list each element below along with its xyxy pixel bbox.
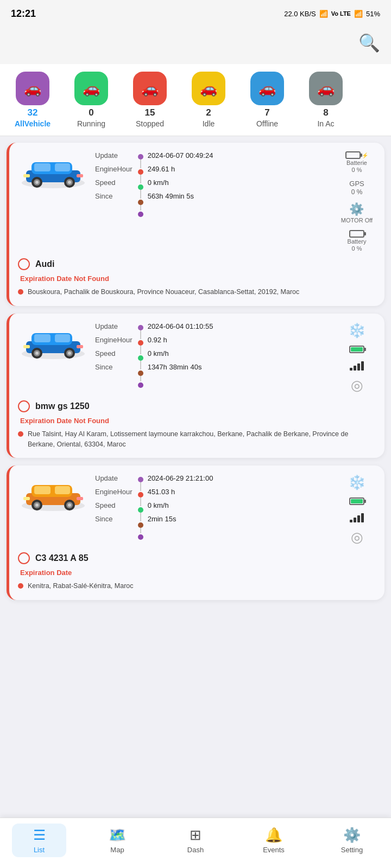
c3-battery-item xyxy=(349,497,364,505)
gps-label: GPS xyxy=(349,180,364,188)
bmwgs-address-text: Rue Talsint, Hay Al Karam, Lotissement l… xyxy=(28,429,376,450)
bmwgs-status-circle xyxy=(18,400,30,412)
bmwgs-name: bmw gs 1250 xyxy=(35,401,90,411)
since-label: Since xyxy=(95,192,133,200)
c3-signal-bars xyxy=(350,512,364,522)
c3-since-label: Since xyxy=(95,515,133,523)
setting-label: Setting xyxy=(341,846,363,854)
motor-icon: ⚙️ xyxy=(349,202,364,216)
enginehour-label: EngineHour xyxy=(95,165,133,173)
bmwgs-enginehour: 0.92 h xyxy=(148,336,213,344)
c3-bar2 xyxy=(354,518,356,522)
c3-since: 2min 15s xyxy=(148,515,213,523)
list-label: List xyxy=(34,846,45,854)
c3-mid: C3 4231 A 85 xyxy=(18,552,376,564)
tab-stopped-icon: 🚗 xyxy=(141,80,159,97)
tab-all-count: 32 xyxy=(28,107,38,118)
dash-label: Dash xyxy=(187,846,204,854)
batterie-val: 0 % xyxy=(352,167,362,173)
bmwgs-addr-dot xyxy=(18,431,23,437)
target-icon: ◎ xyxy=(351,377,363,394)
svg-point-20 xyxy=(35,352,39,355)
list-icon: ☰ xyxy=(33,827,46,844)
nav-events[interactable]: 🔔 Events xyxy=(247,827,301,854)
gps-icon-item: GPS 0 % xyxy=(349,180,364,196)
c3-address: Kenitra, Rabat-Salé-Kénitra, Maroc xyxy=(18,581,376,591)
c3-enginehour-label: EngineHour xyxy=(95,488,133,496)
wifi-icon: 📶 xyxy=(319,10,328,18)
audi-update: 2024-06-07 00:49:24 xyxy=(148,151,213,159)
c3-expiry: Expiration Date xyxy=(20,569,376,577)
bmwgs-mid: bmw gs 1250 xyxy=(18,400,376,412)
c3-enginehour: 451.03 h xyxy=(148,488,213,496)
bar1 xyxy=(350,368,352,371)
bmwgs-since-label: Since xyxy=(95,363,133,371)
nav-setting[interactable]: ⚙️ Setting xyxy=(325,827,379,854)
battery-body-icon xyxy=(345,151,361,159)
tab-inactive[interactable]: 🚗 8 In Ac xyxy=(299,72,353,128)
events-icon: 🔔 xyxy=(265,827,282,844)
snow-icon: ❄️ xyxy=(348,322,365,339)
c3-speed-label: Speed xyxy=(95,501,133,509)
signal-bars xyxy=(350,360,364,371)
vehicle-card-bmwgs[interactable]: Update EngineHour Speed Since xyxy=(7,314,384,458)
svg-point-7 xyxy=(35,181,39,184)
motor-status: MOTOR Off xyxy=(341,217,373,224)
svg-rect-37 xyxy=(23,497,30,500)
car-image-audi xyxy=(18,151,89,189)
status-icons: 22.0 KB/S 📶 Vo LTE 📶 51% xyxy=(284,10,380,18)
audi-labels: Update EngineHour Speed Since xyxy=(95,151,133,217)
map-icon: 🗺️ xyxy=(109,827,126,844)
c3-bar4 xyxy=(361,513,364,522)
audi-info: Update EngineHour Speed Since xyxy=(95,151,331,217)
dash-icon: ⊞ xyxy=(190,827,201,844)
bmwgs-since: 1347h 38min 40s xyxy=(148,363,213,371)
nav-list[interactable]: ☰ List xyxy=(12,824,66,857)
car-image-bmwgs xyxy=(18,322,89,360)
nav-map[interactable]: 🗺️ Map xyxy=(90,827,144,854)
nav-dash[interactable]: ⊞ Dash xyxy=(168,827,223,854)
tab-running-count: 0 xyxy=(89,107,93,118)
bar2 xyxy=(354,366,356,371)
tab-idle-label: Idle xyxy=(203,119,215,128)
c3-icons: ❄️ ◎ xyxy=(338,474,376,546)
c3-info: Update EngineHour Speed Since xyxy=(95,474,331,540)
battery-icon: 51% xyxy=(366,10,380,18)
batterie-label: Batterie xyxy=(346,159,367,166)
bmwgs-enginehour-label: EngineHour xyxy=(95,336,133,344)
bmwgs-address: Rue Talsint, Hay Al Karam, Lotissement l… xyxy=(18,429,376,450)
tab-stopped[interactable]: 🚗 15 Stopped xyxy=(123,72,177,128)
audi-address-text: Bouskoura, Pachalik de Bouskoura, Provin… xyxy=(28,287,299,297)
svg-rect-11 xyxy=(23,174,30,177)
tab-offline-icon: 🚗 xyxy=(258,80,276,97)
c3-update: 2024-06-29 21:21:00 xyxy=(148,474,213,482)
c3-snow-icon: ❄️ xyxy=(348,474,365,491)
search-button[interactable]: 🔍 xyxy=(358,33,380,53)
tab-idle-count: 2 xyxy=(206,107,211,118)
audi-mid: Audi xyxy=(18,258,376,270)
tab-all-icon: 🚗 xyxy=(24,80,41,97)
gps-val: 0 % xyxy=(351,188,363,196)
audi-since: 563h 49min 5s xyxy=(148,192,213,200)
tab-offline[interactable]: 🚗 7 Offline xyxy=(240,72,294,128)
tab-all-vehicle[interactable]: 🚗 32 AllVehicle xyxy=(5,72,60,128)
status-time: 12:21 xyxy=(11,8,36,20)
bmwgs-labels: Update EngineHour Speed Since xyxy=(95,322,133,388)
update-label: Update xyxy=(95,151,133,159)
tab-running-label: Running xyxy=(77,119,105,128)
tab-inactive-count: 8 xyxy=(323,107,328,118)
battery2-label: Battery xyxy=(348,238,367,245)
bmwgs-expiry: Expiration Date Not Found xyxy=(20,417,376,425)
svg-rect-25 xyxy=(77,345,83,348)
tab-idle[interactable]: 🚗 2 Idle xyxy=(181,72,236,128)
tab-running[interactable]: 🚗 0 Running xyxy=(64,72,118,128)
motor-icon-item: ⚙️ MOTOR Off xyxy=(341,202,373,224)
c3-bar3 xyxy=(357,515,360,522)
vehicle-card-audi[interactable]: Update EngineHour Speed Since xyxy=(7,143,384,306)
c3-update-label: Update xyxy=(95,474,133,482)
bmwgs-info: Update EngineHour Speed Since xyxy=(95,322,331,388)
tab-inactive-icon: 🚗 xyxy=(317,80,335,97)
audi-addr-dot xyxy=(18,289,23,295)
svg-rect-17 xyxy=(55,334,70,342)
vehicle-card-c3[interactable]: Update EngineHour Speed Since xyxy=(7,465,384,600)
